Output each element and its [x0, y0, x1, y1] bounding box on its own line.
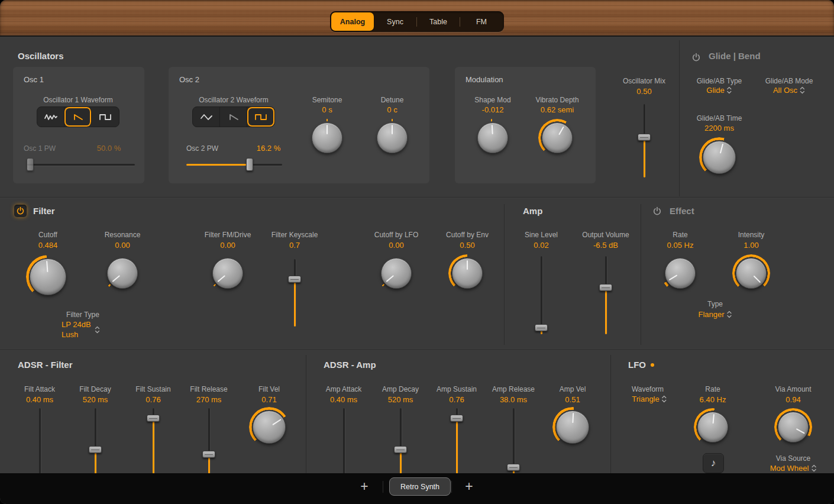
slider-handle[interactable] — [202, 451, 215, 458]
cutoff-by-env-knob[interactable] — [452, 258, 483, 289]
divider — [0, 197, 834, 198]
cutoff-by-env-value: 0.50 — [460, 241, 474, 250]
lfo-title: LFO — [628, 360, 646, 370]
lfo-active-indicator — [651, 363, 654, 367]
osc2-saw-wave-button[interactable] — [220, 107, 247, 127]
slider-handle[interactable] — [394, 446, 407, 453]
slider-handle[interactable] — [288, 276, 301, 283]
detune-value: 0 c — [387, 105, 397, 114]
cutoff-knob[interactable] — [30, 259, 66, 295]
output-volume-slider[interactable] — [599, 256, 613, 334]
osc2-square-wave-button[interactable] — [247, 107, 274, 127]
lfo-rate-mode-button[interactable]: ♪ — [703, 453, 724, 473]
filt-vel-label: Filt Vel — [258, 385, 280, 393]
osc2-pw-slider[interactable] — [186, 158, 282, 171]
add-patch-button-right[interactable]: + — [460, 477, 479, 496]
intensity-knob[interactable] — [736, 258, 767, 289]
osc1-title: Osc 1 — [24, 75, 44, 84]
osc2-triangle-wave-button[interactable] — [193, 107, 220, 127]
knob-cap — [253, 411, 286, 444]
footer-separator — [451, 481, 452, 493]
tab-table[interactable]: Table — [417, 12, 460, 31]
osc1-noise-wave-button[interactable] — [37, 107, 64, 127]
filt-sustain-slider[interactable] — [146, 408, 160, 478]
effect-type-select[interactable]: Flanger — [698, 310, 732, 319]
square-wave-icon — [99, 113, 112, 121]
amp-attack-value: 0.40 ms — [330, 395, 357, 404]
resonance-knob[interactable] — [107, 258, 138, 289]
divider — [679, 40, 680, 196]
filt-release-slider[interactable] — [202, 408, 216, 478]
lfo-via-amount-value: 0.94 — [785, 395, 800, 404]
knob-cap — [30, 259, 66, 295]
osc1-square-wave-button[interactable] — [92, 107, 119, 127]
osc1-saw-wave-button[interactable] — [64, 107, 92, 127]
shape-mod-label: Shape Mod — [474, 96, 510, 104]
amp-vel-knob[interactable] — [556, 411, 589, 444]
vibrato-depth-knob[interactable] — [542, 122, 573, 153]
slider-handle[interactable] — [27, 158, 34, 171]
semitone-label: Semitone — [312, 96, 342, 104]
filt-decay-slider[interactable] — [88, 408, 102, 478]
preset-name-button[interactable]: Retro Synth — [389, 477, 451, 496]
music-note-icon: ♪ — [711, 457, 716, 469]
output-volume-value: -6.5 dB — [593, 241, 618, 250]
knob-tick — [467, 260, 468, 270]
filter-fm-drive-knob[interactable] — [212, 258, 243, 289]
filter-power-button[interactable] — [14, 205, 27, 217]
glide-mode-select[interactable]: All Osc — [773, 86, 805, 95]
amp-release-slider[interactable] — [506, 408, 521, 478]
filter-keyscale-value: 0.7 — [289, 241, 300, 250]
semitone-knob[interactable] — [312, 122, 342, 153]
slider-handle[interactable] — [535, 324, 548, 331]
sine-level-slider[interactable] — [534, 256, 548, 334]
filter-fm-drive-label: Filter FM/Drive — [205, 231, 251, 239]
filter-type-select[interactable]: LP 24dB Lush — [62, 320, 100, 339]
detune-knob[interactable] — [377, 122, 408, 153]
slider-handle[interactable] — [507, 464, 520, 471]
knob-cap — [542, 122, 573, 153]
tab-fm[interactable]: FM — [460, 12, 503, 31]
add-patch-button-left[interactable]: + — [355, 477, 374, 496]
slider-handle[interactable] — [246, 158, 253, 171]
filt-release-label: Filt Release — [190, 385, 227, 393]
slider-handle[interactable] — [599, 284, 612, 291]
filt-attack-slider[interactable] — [33, 408, 47, 478]
glide-mode-label: Glide/AB Mode — [765, 77, 813, 85]
amp-attack-slider[interactable] — [337, 408, 351, 478]
power-icon — [16, 206, 25, 215]
shape-mod-knob[interactable] — [477, 122, 508, 153]
slider-track — [343, 408, 345, 478]
effect-rate-value: 0.05 Hz — [667, 241, 694, 250]
slider-handle[interactable] — [450, 415, 463, 422]
oscillator-mix-slider[interactable] — [637, 104, 651, 177]
effect-power-button[interactable] — [651, 205, 663, 217]
chevron-updown-icon — [662, 395, 667, 403]
knob-tick — [327, 125, 328, 134]
slider-handle[interactable] — [147, 415, 160, 422]
filt-vel-knob[interactable] — [253, 411, 286, 444]
effect-rate-knob[interactable] — [665, 258, 696, 289]
lfo-via-amount-knob[interactable] — [778, 412, 809, 442]
filter-keyscale-slider[interactable] — [287, 259, 302, 327]
glide-power-button[interactable] — [690, 51, 702, 63]
glide-time-knob[interactable] — [703, 141, 736, 174]
lfo-rate-knob[interactable] — [697, 412, 728, 442]
slider-handle[interactable] — [89, 446, 102, 453]
tab-analog[interactable]: Analog — [331, 12, 374, 31]
slider-handle[interactable] — [638, 134, 651, 141]
lfo-via-source-select[interactable]: Mod Wheel — [770, 464, 817, 473]
osc1-pw-slider[interactable] — [27, 158, 135, 171]
lfo-waveform-select[interactable]: Triangle — [632, 395, 667, 403]
noise-wave-icon — [44, 113, 57, 121]
filt-release-value: 270 ms — [196, 395, 222, 404]
glide-type-select[interactable]: Glide — [706, 86, 732, 95]
amp-sustain-slider[interactable] — [450, 408, 464, 478]
cutoff-by-env-label: Cutoff by Env — [446, 231, 489, 239]
cutoff-by-lfo-knob[interactable] — [381, 258, 412, 289]
amp-decay-slider[interactable] — [393, 408, 408, 478]
output-volume-label: Output Volume — [582, 231, 629, 239]
tab-sync[interactable]: Sync — [374, 12, 416, 31]
effect-rate-label: Rate — [673, 231, 687, 239]
filter-type-value-line2: Lush — [62, 330, 91, 339]
